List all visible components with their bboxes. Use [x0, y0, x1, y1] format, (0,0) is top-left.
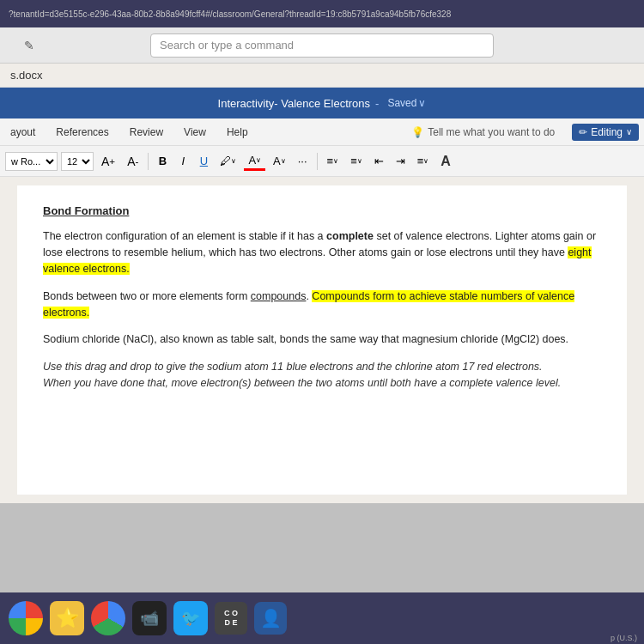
italic-button[interactable]: I	[174, 152, 191, 171]
list-button[interactable]: ≡∨	[323, 152, 343, 171]
menu-references[interactable]: References	[51, 123, 113, 142]
align-button[interactable]: ≡∨	[413, 152, 434, 171]
paragraph-3: Sodium chloride (NaCl), also known as ta…	[43, 331, 601, 348]
font-increase-btn[interactable]: A+	[97, 152, 119, 171]
font-color2-button[interactable]: A∨	[269, 152, 290, 171]
paragraph-2: Bonds between two or more elements form …	[43, 289, 601, 322]
bond-formation-heading: Bond Formation	[43, 203, 601, 220]
code-badge[interactable]: C O D E	[215, 602, 247, 635]
menu-layout[interactable]: ayout	[5, 123, 40, 142]
menu-bar: ayout References Review View Help 💡 Tell…	[0, 118, 644, 146]
menu-view[interactable]: View	[179, 123, 211, 142]
para2-text1: Bonds between two or more elements form	[43, 290, 251, 302]
para1-text1: The electron configuration of an element…	[43, 230, 326, 242]
menu-review[interactable]: Review	[125, 123, 168, 142]
edit-icon[interactable]: ✎	[24, 39, 34, 52]
para2-underline: compounds	[251, 290, 307, 302]
tell-me-area[interactable]: 💡 Tell me what you want to do	[411, 126, 555, 138]
document-area: Bond Formation The electron configuratio…	[0, 177, 644, 503]
toolbar: w Ro... 12 A+ A- B I U 🖊∨ A∨ A∨ ··· ≡∨ ≡…	[0, 146, 644, 177]
font-big-button[interactable]: A	[436, 152, 455, 171]
saved-status: Saved	[387, 97, 416, 109]
url-text: ?tenantId=d3e5155c-e296-43aa-80b2-8b8a94…	[9, 9, 451, 19]
para1-bold: complete	[326, 230, 374, 242]
menu-help[interactable]: Help	[222, 123, 253, 142]
search-box[interactable]: Search or type a command	[150, 33, 494, 58]
search-bar-area: ✎ Search or type a command	[0, 27, 644, 64]
separator-1	[148, 153, 149, 170]
tell-me-text: Tell me what you want to do	[428, 126, 555, 138]
code-badge-top: C O	[224, 609, 238, 618]
address-bar: ?tenantId=d3e5155c-e296-43aa-80b2-8b8a94…	[0, 0, 644, 27]
decrease-indent-button[interactable]: ⇤	[370, 152, 388, 171]
editing-button[interactable]: ✏ Editing ∨	[572, 124, 639, 141]
font-selector[interactable]: w Ro...	[5, 152, 58, 171]
bold-button[interactable]: B	[154, 152, 171, 171]
indent-list-button[interactable]: ≡∨	[346, 152, 367, 171]
language-indicator: p (U.S.)	[611, 634, 637, 642]
paragraph-1: The electron configuration of an element…	[43, 228, 601, 278]
font-decrease-btn[interactable]: A-	[123, 152, 143, 171]
person-taskbar-icon[interactable]: 👤	[254, 602, 287, 635]
title-bar: Interactivity- Valence Electrons - Saved…	[0, 88, 644, 118]
search-placeholder: Search or type a command	[160, 39, 294, 52]
underline-button[interactable]: U	[195, 152, 212, 171]
paragraph-4: Use this drag and drop to give the sodiu…	[43, 359, 601, 392]
more-button[interactable]: ···	[294, 152, 312, 171]
taskbar: ⭐ 📹 🐦 C O D E 👤 p (U.S.)	[0, 592, 644, 644]
document-title: Interactivity- Valence Electrons	[218, 97, 371, 110]
font-color-button[interactable]: A∨	[244, 152, 265, 171]
font-size-selector[interactable]: 12	[61, 152, 94, 171]
chrome-taskbar-icon[interactable]	[9, 601, 43, 635]
file-name: s.docx	[10, 69, 43, 82]
code-badge-bottom: D E	[224, 618, 237, 628]
doc-page: Bond Formation The electron configuratio…	[17, 185, 627, 495]
highlight-button[interactable]: 🖊∨	[216, 152, 240, 171]
editing-label: Editing	[591, 126, 623, 138]
separator-2	[317, 153, 318, 170]
file-name-bar: s.docx	[0, 64, 644, 88]
bird-taskbar-icon[interactable]: 🐦	[173, 601, 208, 635]
increase-indent-button[interactable]: ⇥	[392, 152, 410, 171]
chromium-taskbar-icon[interactable]	[91, 601, 125, 635]
video-taskbar-icon[interactable]: 📹	[132, 601, 167, 635]
star-taskbar-icon[interactable]: ⭐	[50, 601, 84, 635]
